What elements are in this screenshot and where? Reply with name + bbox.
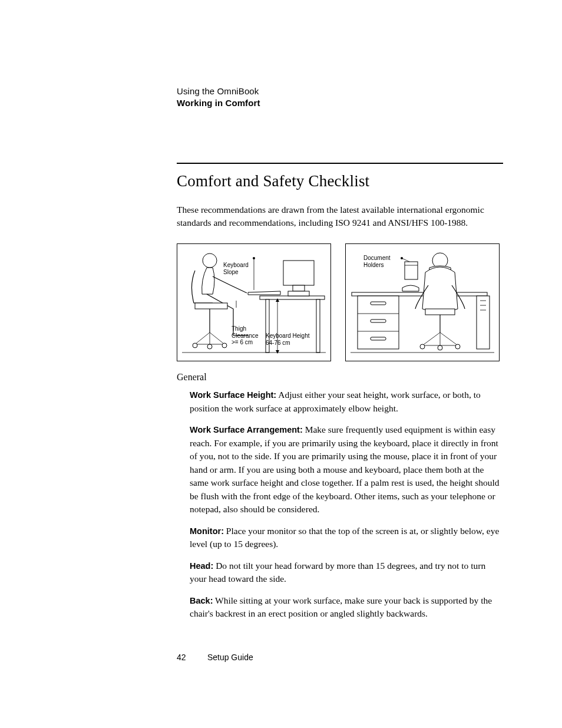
svg-rect-20 [371,319,386,322]
section-name: Working in Comfort [177,97,503,109]
svg-rect-22 [477,296,490,349]
svg-rect-4 [293,285,305,291]
item-body: Do not tilt your head forward by more th… [190,561,485,584]
svg-rect-0 [260,296,325,299]
label-keyboard-slope: Keyboard Slope [223,262,249,275]
svg-rect-3 [283,261,314,285]
page-number: 42 [177,653,205,662]
item-lead: Head: [190,561,213,571]
footer-doc-title: Setup Guide [207,653,253,662]
svg-rect-19 [371,302,386,305]
subheading-general: General [177,372,503,383]
label-keyboard-height: Keyboard Height 64-76 cm [266,332,310,346]
item-body: While sitting at your work surface, make… [190,595,492,618]
ergonomics-figure: Keyboard Slope Thigh Clearance >= 6 cm K… [177,243,503,361]
checklist-item: Back: While sitting at your work surface… [177,594,503,621]
chapter-name: Using the OmniBook [177,85,503,97]
checklist-item: Work Surface Arrangement: Make sure freq… [177,423,503,516]
label-document-holders: Document Holders [363,255,391,268]
svg-point-35 [401,257,403,259]
svg-point-10 [222,343,227,348]
page-title: Comfort and Safety Checklist [177,172,503,190]
item-body: Make sure frequently used equipment is w… [190,424,500,514]
document-page: Using the OmniBook Working in Comfort Co… [0,0,562,728]
figure-side-view: Keyboard Slope Thigh Clearance >= 6 cm K… [177,243,331,361]
svg-point-6 [203,253,217,268]
svg-point-32 [455,344,460,349]
item-lead: Work Surface Arrangement: [190,425,303,434]
checklist-item: Head: Do not tilt your head forward by m… [177,559,503,586]
svg-point-31 [420,344,425,349]
checklist-item: Work Surface Height: Adjust either your … [177,388,503,415]
checklist-item: Monitor: Place your monitor so that the … [177,525,503,551]
svg-rect-15 [352,292,487,296]
item-lead: Back: [190,596,213,605]
section-rule [177,163,503,164]
item-lead: Monitor: [190,526,224,536]
running-header: Using the OmniBook Working in Comfort [177,85,503,110]
figure-rear-view: Document Holders [345,243,500,361]
label-thigh-clearance: Thigh Clearance >= 6 cm [232,325,259,346]
intro-paragraph: These recommendations are drawn from the… [177,203,503,230]
svg-point-9 [193,343,197,348]
svg-rect-2 [316,299,320,353]
item-lead: Work Surface Height: [190,390,276,400]
svg-rect-5 [288,291,309,296]
svg-rect-29 [425,309,455,315]
page-footer: 42 Setup Guide [177,653,253,662]
svg-rect-21 [371,337,386,340]
svg-point-33 [438,345,442,350]
item-body: Place your monitor so that the top of th… [190,526,499,549]
svg-rect-26 [405,262,418,279]
svg-point-14 [253,257,255,259]
svg-point-11 [207,344,212,349]
svg-rect-7 [195,303,227,309]
